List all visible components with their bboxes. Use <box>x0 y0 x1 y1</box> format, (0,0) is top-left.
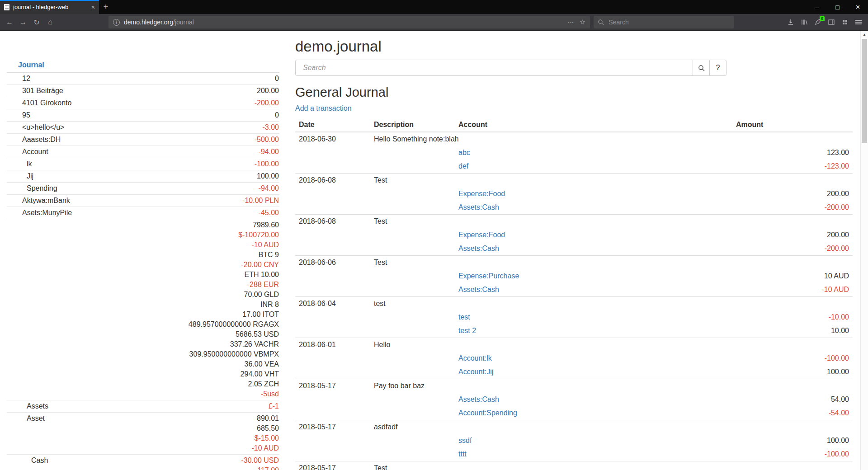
account-row[interactable]: 950 <box>7 109 279 121</box>
column-header-account: Account <box>455 118 732 132</box>
browser-search-bar[interactable] <box>594 16 734 28</box>
transaction-row[interactable]: 2018-06-01Hello <box>295 338 853 352</box>
home-button[interactable]: ⌂ <box>43 16 57 28</box>
posting-account-link[interactable]: Expense:Purchase <box>458 272 519 280</box>
browser-tab[interactable]: journal - hledger-web × <box>0 0 99 14</box>
account-row[interactable]: 4101 Girokonto-200.00 <box>7 97 279 109</box>
transaction-row[interactable]: 2018-05-17Test <box>295 461 853 470</box>
window-close-button[interactable]: × <box>848 0 868 14</box>
back-button[interactable]: ← <box>3 16 16 28</box>
account-row[interactable]: Aktywa:mBank-10.00 PLN <box>7 194 279 207</box>
posting-account-link[interactable]: Expense:Food <box>458 190 505 197</box>
account-row[interactable]: lk-100.00 <box>7 158 279 170</box>
scrollbar-up-icon[interactable]: ▲ <box>861 31 868 38</box>
transaction-row[interactable]: 2018-05-17Pay foo bar baz <box>295 379 853 393</box>
account-row[interactable]: Spending-94.00 <box>7 182 279 194</box>
account-name[interactable]: 95 <box>7 110 275 120</box>
add-transaction-link[interactable]: Add a transaction <box>295 104 352 113</box>
bookmark-star-icon[interactable]: ☆ <box>580 18 585 26</box>
transaction-row[interactable]: 2018-06-04test <box>295 297 853 311</box>
account-name[interactable]: Assets <box>7 401 269 411</box>
account-row[interactable]: 301 Beiträge200.00 <box>7 85 279 97</box>
posting-account-link[interactable]: Assets:Cash <box>458 286 499 293</box>
account-row[interactable]: 120 <box>7 73 279 85</box>
posting-account-link[interactable]: Account:Spending <box>458 409 517 417</box>
posting-account-link[interactable]: test <box>458 313 470 321</box>
transaction-description: Hello Something note:blah <box>370 132 853 146</box>
transaction-row[interactable]: 2018-06-08Test <box>295 174 853 188</box>
transaction-date: 2018-06-06 <box>295 256 370 270</box>
reload-button[interactable]: ↻ <box>30 16 43 28</box>
balance-amount: 70.00 GLD <box>189 290 279 300</box>
posting-account-link[interactable]: abc <box>458 149 470 156</box>
journal-search-button[interactable] <box>693 60 710 76</box>
menu-hamburger-icon[interactable] <box>852 16 865 28</box>
posting-account-link[interactable]: test 2 <box>458 327 476 334</box>
account-name[interactable]: 301 Beiträge <box>7 86 257 96</box>
posting-account-link[interactable]: def <box>458 162 468 170</box>
balance-amount: 200.00 <box>257 86 279 96</box>
library-icon[interactable] <box>797 16 811 28</box>
window-maximize-button[interactable]: □ <box>827 0 848 14</box>
posting-account-link[interactable]: ssdf <box>458 437 472 444</box>
transaction-description: Pay foo bar baz <box>370 379 853 393</box>
site-info-icon[interactable]: i <box>113 19 120 26</box>
forward-button[interactable]: → <box>16 16 30 28</box>
tab-close-icon[interactable]: × <box>91 4 95 10</box>
balance-amount: 294.00 VHT <box>189 369 279 379</box>
account-name[interactable]: Jij <box>7 171 257 181</box>
account-row[interactable]: Jij100.00 <box>7 170 279 182</box>
grid-apps-icon[interactable] <box>838 16 852 28</box>
scrollbar-thumb[interactable] <box>862 39 867 143</box>
search-icon <box>598 19 604 25</box>
page-scrollbar[interactable]: ▲ <box>860 31 868 470</box>
account-name[interactable]: Cash <box>7 456 241 465</box>
account-name[interactable]: 4101 Girokonto <box>7 98 255 108</box>
account-row[interactable]: Cash-30.00 USD-117.00 <box>7 454 279 470</box>
account-name[interactable]: Account <box>7 147 259 157</box>
posting-account-link[interactable]: Expense:Food <box>458 231 505 239</box>
account-name[interactable]: <u>hello</u> <box>7 122 263 132</box>
journal-search-input[interactable] <box>295 60 693 76</box>
account-row[interactable]: <u>hello</u>-3.00 <box>7 121 279 133</box>
transaction-row[interactable]: 2018-05-17asdfadf <box>295 420 853 434</box>
window-minimize-button[interactable]: – <box>807 0 827 14</box>
account-name[interactable]: Asets:MunyPile <box>7 208 259 218</box>
posting-amount: -200.00 <box>732 201 853 215</box>
posting-row: Expense:Food200.00 <box>295 228 853 242</box>
account-name[interactable]: Aktywa:mBank <box>7 196 242 206</box>
sidebar-journal-link[interactable]: Journal <box>7 60 279 73</box>
posting-account-link[interactable]: Assets:Cash <box>458 395 499 403</box>
account-row[interactable]: Asets:MunyPile-45.00 <box>7 207 279 219</box>
posting-account-link[interactable]: Assets:Cash <box>458 203 499 211</box>
transaction-row[interactable]: 2018-06-06Test <box>295 256 853 270</box>
balance-amount: $-15.00 <box>252 433 279 443</box>
account-row[interactable]: Account-94.00 <box>7 146 279 158</box>
extension-pen-icon[interactable]: 0 <box>811 16 825 28</box>
account-name[interactable]: Asset <box>7 414 252 423</box>
account-row[interactable]: 7989.60$-100720.00-10 AUDBTC 9-20.00 CNY… <box>7 219 279 400</box>
posting-row: ssdf100.00 <box>295 434 853 447</box>
url-bar[interactable]: i demo.hledger.org/journal ⋯ ☆ <box>108 16 590 28</box>
account-row[interactable]: Aaasets:DH-500.00 <box>7 133 279 146</box>
sidebar-toggle-icon[interactable] <box>825 16 838 28</box>
account-name[interactable]: Spending <box>7 183 259 193</box>
account-row[interactable]: Asset890.01685.50$-15.00-10 AUD <box>7 412 279 454</box>
posting-account-link[interactable]: Account:lk <box>458 354 492 362</box>
account-name[interactable]: 12 <box>7 74 275 84</box>
account-balance: £-1 <box>269 401 279 411</box>
new-tab-button[interactable]: + <box>99 0 113 14</box>
account-name[interactable]: Aaasets:DH <box>7 135 255 145</box>
posting-account-link[interactable]: Assets:Cash <box>458 244 499 252</box>
search-help-button[interactable]: ? <box>709 60 726 76</box>
transaction-row[interactable]: 2018-06-08Test <box>295 215 853 229</box>
account-name[interactable]: lk <box>7 159 255 169</box>
account-row[interactable]: Assets£-1 <box>7 400 279 412</box>
browser-search-input[interactable] <box>608 18 730 26</box>
transaction-date: 2018-05-17 <box>295 420 370 434</box>
page-actions-icon[interactable]: ⋯ <box>568 19 574 26</box>
transaction-row[interactable]: 2018-06-30Hello Something note:blah <box>295 132 853 146</box>
posting-account-link[interactable]: tttt <box>458 450 467 458</box>
downloads-icon[interactable] <box>784 16 797 28</box>
posting-account-link[interactable]: Account:Jij <box>458 368 493 376</box>
